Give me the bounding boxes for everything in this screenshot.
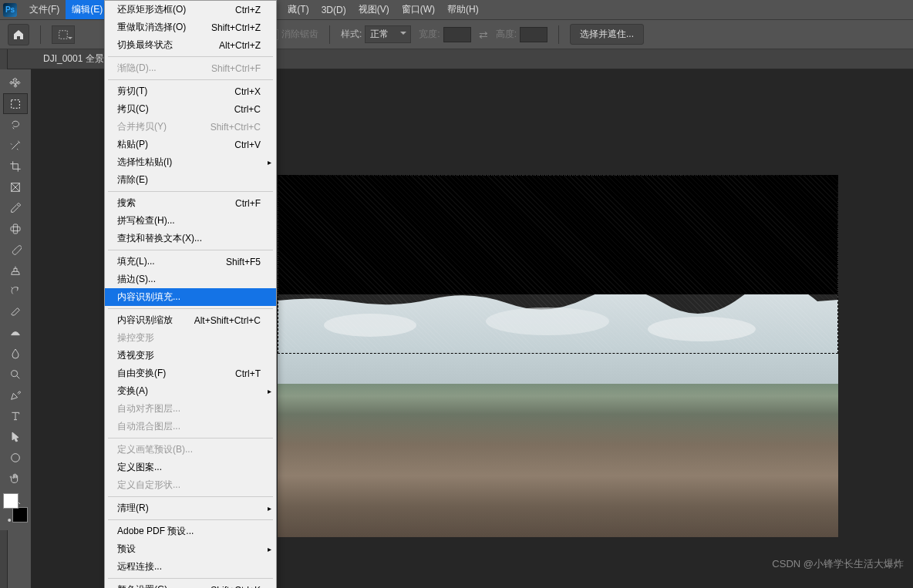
menu-spellcheck[interactable]: 拼写检查(H)... bbox=[105, 212, 276, 230]
brush-tool[interactable] bbox=[3, 239, 28, 260]
menu-hidden[interactable]: 藏(T) bbox=[281, 0, 315, 19]
menu-paste[interactable]: 粘贴(P)Ctrl+V bbox=[105, 136, 276, 153]
menu-copy-merged: 合并拷贝(Y)Shift+Ctrl+C bbox=[105, 118, 276, 136]
hand-tool[interactable] bbox=[3, 468, 28, 489]
menu-file[interactable]: 文件(F) bbox=[23, 0, 66, 19]
style-option: 样式: 正常 bbox=[341, 25, 411, 43]
marquee-tool[interactable] bbox=[3, 93, 28, 114]
menu-stroke[interactable]: 描边(S)... bbox=[105, 270, 276, 288]
menu-clear[interactable]: 清除(E) bbox=[105, 171, 276, 189]
svg-point-5 bbox=[12, 370, 18, 376]
style-label: 样式: bbox=[341, 28, 362, 41]
dodge-tool[interactable] bbox=[3, 364, 28, 385]
menu-help[interactable]: 帮助(H) bbox=[441, 0, 485, 19]
menu-fill[interactable]: 填充(L)...Shift+F5 bbox=[105, 253, 276, 270]
menu-auto-blend: 自动混合图层... bbox=[105, 418, 276, 435]
menu-define-brush: 定义画笔预设(B)... bbox=[105, 441, 276, 459]
menu-define-pattern[interactable]: 定义图案... bbox=[105, 459, 276, 476]
antialias-label: 消除锯齿 bbox=[281, 28, 318, 41]
style-dropdown[interactable]: 正常 bbox=[365, 25, 411, 43]
menu-content-aware-fill[interactable]: 内容识别填充... bbox=[105, 288, 276, 306]
menu-toggle-state[interactable]: 切换最终状态Alt+Ctrl+Z bbox=[105, 36, 276, 54]
menu-cut[interactable]: 剪切(T)Ctrl+X bbox=[105, 82, 276, 100]
menu-auto-align: 自动对齐图层... bbox=[105, 400, 276, 418]
crop-tool[interactable] bbox=[3, 156, 28, 176]
height-input bbox=[520, 27, 547, 42]
svg-point-6 bbox=[12, 453, 20, 462]
magic-wand-tool[interactable] bbox=[3, 135, 28, 156]
frame-tool[interactable] bbox=[3, 176, 28, 197]
svg-rect-0 bbox=[59, 30, 68, 39]
document-tab[interactable]: DJI_0001 全景 bbox=[37, 49, 110, 69]
menu-copy[interactable]: 拷贝(C)Ctrl+C bbox=[105, 100, 276, 118]
foreground-color[interactable] bbox=[3, 493, 19, 509]
svg-rect-4 bbox=[11, 227, 20, 230]
move-tool[interactable] bbox=[3, 72, 28, 93]
menu-content-aware-scale[interactable]: 内容识别缩放Alt+Shift+Ctrl+C bbox=[105, 311, 276, 329]
svg-rect-1 bbox=[12, 99, 20, 108]
pen-tool[interactable] bbox=[3, 385, 28, 405]
type-tool[interactable] bbox=[3, 405, 28, 426]
shape-tool[interactable] bbox=[3, 447, 28, 468]
menu-purge[interactable]: 清理(R) bbox=[105, 499, 276, 517]
lasso-tool[interactable] bbox=[3, 114, 28, 135]
background-color[interactable] bbox=[12, 507, 28, 522]
menu-window[interactable]: 窗口(W) bbox=[396, 0, 441, 19]
menu-perspective-warp[interactable]: 透视变形 bbox=[105, 347, 276, 365]
menu-paste-special[interactable]: 选择性粘贴(I) bbox=[105, 153, 276, 171]
path-selection-tool[interactable] bbox=[3, 426, 28, 447]
menu-puppet-warp: 操控变形 bbox=[105, 329, 276, 347]
height-label: 高度: bbox=[496, 28, 517, 41]
menu-redo[interactable]: 重做取消选择(O)Shift+Ctrl+Z bbox=[105, 18, 276, 36]
ps-logo-icon: Ps bbox=[3, 3, 17, 17]
marquee-selection bbox=[278, 175, 838, 354]
gradient-tool[interactable] bbox=[3, 322, 28, 343]
toolbox: ••• bbox=[0, 69, 31, 530]
menu-edit[interactable]: 编辑(E) bbox=[66, 0, 109, 19]
menu-color-settings[interactable]: 颜色设置(G)...Shift+Ctrl+K bbox=[105, 581, 276, 588]
clone-stamp-tool[interactable] bbox=[3, 260, 28, 281]
watermark: CSDN @小锋学长生活大爆炸 bbox=[772, 557, 904, 571]
menu-search[interactable]: 搜索Ctrl+F bbox=[105, 194, 276, 212]
color-swatches[interactable] bbox=[3, 493, 28, 522]
svg-rect-3 bbox=[13, 224, 17, 234]
menu-presets[interactable]: 预设 bbox=[105, 540, 276, 558]
width-option: 宽度: bbox=[419, 27, 470, 42]
menu-free-transform[interactable]: 自由变换(F)Ctrl+T bbox=[105, 365, 276, 382]
eraser-tool[interactable] bbox=[3, 301, 28, 322]
healing-tool[interactable] bbox=[3, 218, 28, 239]
menu-fade: 渐隐(D)...Shift+Ctrl+F bbox=[105, 59, 276, 77]
menu-view[interactable]: 视图(V) bbox=[352, 0, 396, 19]
menu-remote-connect[interactable]: 远程连接... bbox=[105, 558, 276, 576]
edit-dropdown-menu: 还原矩形选框(O)Ctrl+Z 重做取消选择(O)Shift+Ctrl+Z 切换… bbox=[104, 0, 277, 588]
home-icon[interactable] bbox=[8, 24, 29, 45]
history-brush-tool[interactable] bbox=[3, 281, 28, 301]
height-option: 高度: bbox=[496, 27, 547, 42]
selection-tool-preset[interactable] bbox=[52, 25, 75, 44]
eyedropper-tool[interactable] bbox=[3, 197, 28, 218]
menu-undo[interactable]: 还原矩形选框(O)Ctrl+Z bbox=[105, 1, 276, 18]
menu-adobe-pdf[interactable]: Adobe PDF 预设... bbox=[105, 522, 276, 540]
menu-define-shape: 定义自定形状... bbox=[105, 476, 276, 494]
select-and-mask-button[interactable]: 选择并遮住... bbox=[570, 24, 644, 45]
menu-3d[interactable]: 3D(D) bbox=[315, 2, 352, 18]
aerial-terrain bbox=[278, 384, 838, 537]
menu-find-replace[interactable]: 查找和替换文本(X)... bbox=[105, 230, 276, 247]
swap-icon: ⇄ bbox=[479, 29, 488, 41]
blur-tool[interactable] bbox=[3, 343, 28, 364]
menu-transform[interactable]: 变换(A) bbox=[105, 382, 276, 400]
width-input bbox=[443, 27, 471, 42]
width-label: 宽度: bbox=[419, 28, 440, 41]
